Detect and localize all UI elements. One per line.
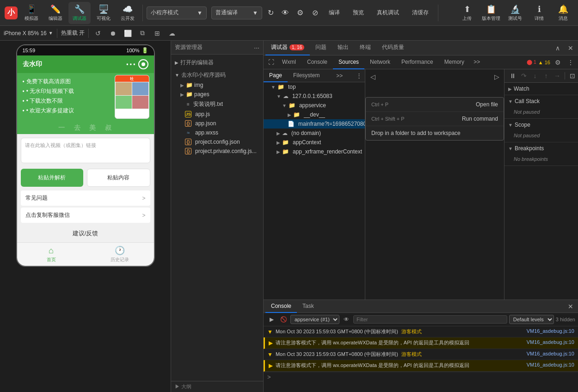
- record-btn[interactable]: ⏺: [107, 28, 118, 39]
- console-close-btn[interactable]: ✕: [565, 301, 576, 312]
- tab-console[interactable]: Console: [301, 55, 333, 69]
- deactivate-breakpoints-btn[interactable]: ⊡: [568, 71, 577, 80]
- file-app-json[interactable]: {} app.json: [171, 119, 263, 128]
- entry2-arrow[interactable]: ▶: [269, 340, 273, 346]
- tab-memory[interactable]: Memory: [439, 55, 470, 69]
- pause-btn[interactable]: ⏸: [508, 71, 517, 80]
- tree-nodomain[interactable]: ▶ ☁ (no domain): [264, 129, 365, 138]
- outline-arrow[interactable]: ▶: [175, 384, 181, 389]
- step-into-btn[interactable]: ↓: [530, 71, 540, 80]
- breakpoints-header[interactable]: ▼ Breakpoints: [504, 142, 578, 154]
- console-level-select[interactable]: Default levels: [509, 315, 554, 324]
- compile-btn[interactable]: 编译: [323, 6, 345, 19]
- console-input[interactable]: [274, 374, 574, 380]
- phone-feedback[interactable]: 建议/反馈: [17, 225, 154, 242]
- console-eye-btn[interactable]: 👁: [341, 314, 351, 325]
- cloud-dev-btn[interactable]: ☁: [166, 28, 178, 39]
- cmd-run-command[interactable]: Ctrl + Shift + P Run command: [366, 112, 504, 126]
- paste-content-btn[interactable]: 粘贴内容: [87, 169, 150, 187]
- sources-menu-btn[interactable]: ⋮: [354, 70, 365, 81]
- wechat-btn[interactable]: ⊘: [308, 6, 321, 19]
- tab-terminal[interactable]: 终端: [354, 41, 376, 55]
- tree-appservice[interactable]: ▼ 📁 appservice: [264, 101, 365, 110]
- mode-dropdown[interactable]: 小程序模式 ▼: [147, 6, 207, 19]
- file-install-txt[interactable]: ≡ 安装说明.txt: [171, 99, 263, 110]
- console-tab-task[interactable]: Task: [297, 300, 320, 313]
- settings-btn2[interactable]: ⚙: [294, 6, 307, 19]
- file-img[interactable]: ▶ 📁 img: [171, 80, 263, 90]
- watch-header[interactable]: ▶ Watch: [504, 83, 578, 95]
- file-project-config[interactable]: {} project.config.json: [171, 137, 263, 147]
- duplicate-btn[interactable]: ⧉: [137, 28, 148, 39]
- step-out-btn[interactable]: ↑: [541, 71, 551, 80]
- compile-dropdown[interactable]: 普通编译 ▼: [211, 6, 262, 19]
- cloud-btn[interactable]: ☁️ 云开发: [117, 2, 139, 24]
- refresh-btn[interactable]: ↻: [264, 6, 277, 19]
- devtools-more-btn[interactable]: ⋮: [565, 57, 576, 68]
- phone-input-box[interactable]: 请在此输入视频（或图集）链接: [21, 138, 150, 163]
- callstack-header[interactable]: ▼ Call Stack: [504, 95, 578, 107]
- step-over-btn[interactable]: ↷: [519, 71, 529, 80]
- source-section-header[interactable]: ▼ 去水印小程序源码: [171, 70, 263, 80]
- entry2-link[interactable]: VM16_asdebug.js:10: [527, 339, 574, 345]
- editor-btn[interactable]: ✏️ 编辑器: [44, 2, 67, 24]
- tab-sources[interactable]: Sources: [333, 55, 364, 69]
- console-filter-input[interactable]: [353, 315, 507, 324]
- tab-problem[interactable]: 问题: [310, 41, 332, 55]
- simulator-btn[interactable]: 📱 模拟器: [20, 2, 43, 24]
- entry4-arrow[interactable]: ▶: [269, 362, 273, 369]
- devtools-settings-btn[interactable]: ⚙: [552, 57, 563, 68]
- console-tab-console[interactable]: Console: [265, 300, 297, 313]
- view-btn[interactable]: 👁: [279, 6, 292, 19]
- upload-btn[interactable]: ⬆ 上传: [456, 2, 478, 24]
- entry1-link[interactable]: VM16_asdebug.js:10: [527, 328, 574, 334]
- tree-top[interactable]: ▼ 📁 top: [264, 82, 365, 92]
- back-btn[interactable]: ◁: [367, 71, 378, 82]
- notification-btn[interactable]: 🔔 消息: [552, 2, 574, 24]
- device-selector[interactable]: iPhone X 85% 16 ▼: [4, 30, 53, 37]
- tree-appcontext[interactable]: ▶ 📁 appContext: [264, 138, 365, 147]
- tree-127[interactable]: ▼ ☁ 127.0.0.1:65083: [264, 92, 365, 101]
- real-debug-btn[interactable]: 真机调试: [371, 6, 405, 19]
- tab-debugger[interactable]: 调试器 1, 16: [265, 41, 310, 55]
- clear-cache-btn[interactable]: 清缓存: [406, 6, 434, 19]
- devtools-cursor-btn[interactable]: ⛶: [265, 57, 277, 68]
- tab-wxml[interactable]: Wxml: [277, 55, 301, 69]
- file-app-wxss[interactable]: ≈ app.wxss: [171, 128, 263, 137]
- tab-more[interactable]: >>: [470, 55, 484, 69]
- scope-header[interactable]: ▼ Scope: [504, 119, 578, 131]
- test-btn[interactable]: 🔬 测试号: [504, 2, 526, 24]
- tab-code-quality[interactable]: 代码质量: [376, 41, 410, 55]
- screenshot-btn[interactable]: ⬜: [122, 28, 133, 39]
- paste-analyze-btn[interactable]: 粘贴并解析: [21, 169, 83, 187]
- entry4-link[interactable]: VM16_asdebug.js:10: [527, 362, 574, 368]
- entry1-arrow[interactable]: ▼: [267, 329, 273, 335]
- cmd-open-file[interactable]: Ctrl + P Open file: [366, 98, 504, 112]
- step-btn[interactable]: →: [553, 71, 562, 80]
- file-app-js[interactable]: JS app.js: [171, 110, 263, 119]
- list-item-faq[interactable]: 常见问题 >: [21, 190, 150, 206]
- detail-btn[interactable]: ℹ 详情: [528, 2, 550, 24]
- preview-btn[interactable]: 预览: [347, 6, 369, 19]
- tab-network[interactable]: Network: [364, 55, 396, 69]
- file-project-private[interactable]: {} project.private.config.js...: [171, 147, 263, 156]
- sources-tab-page[interactable]: Page: [264, 69, 288, 82]
- panel-menu-btn[interactable]: ···: [254, 44, 259, 51]
- tree-mainframe[interactable]: 📄 mainframe?t=169865270808: [264, 119, 365, 129]
- tab-output[interactable]: 输出: [332, 41, 354, 55]
- entry3-arrow[interactable]: ▼: [267, 351, 273, 358]
- open-editors-header[interactable]: ▶ 打开的编辑器: [171, 57, 263, 68]
- file-pages[interactable]: ▶ 📁 pages: [171, 90, 263, 99]
- chevron-up-icon[interactable]: ∧: [552, 43, 563, 54]
- nav-home[interactable]: ⌂ 首页: [17, 243, 86, 266]
- phone-record-btn[interactable]: [138, 59, 148, 69]
- sources-tab-more[interactable]: >>: [332, 73, 346, 79]
- entry3-link[interactable]: VM16_asdebug.js:10: [527, 351, 574, 356]
- visualize-btn[interactable]: 🖥️ 可视化: [92, 2, 115, 24]
- tree-xrframe[interactable]: ▶ 📁 app_xrframe_renderContext: [264, 147, 365, 156]
- expand-btn[interactable]: ⊞: [152, 28, 163, 39]
- rotate-btn[interactable]: ↺: [92, 28, 104, 39]
- tab-performance[interactable]: Performance: [396, 55, 439, 69]
- sources-tab-filesystem[interactable]: Filesystem: [288, 69, 325, 82]
- console-clear-btn[interactable]: 🚫: [278, 314, 289, 325]
